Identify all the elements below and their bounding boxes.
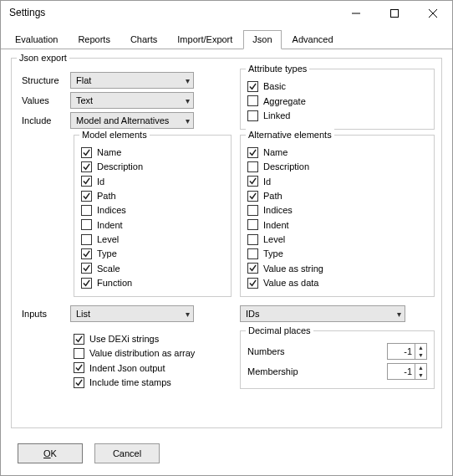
checkbox-label: Path (263, 190, 282, 202)
checkbox-box (247, 110, 258, 121)
opt-value-distribution-as-array-checkbox[interactable]: Value distribution as array (74, 347, 232, 359)
alt-value-as-string-checkbox[interactable]: Value as string (247, 263, 427, 274)
model-indices-checkbox[interactable]: Indices (81, 204, 224, 216)
json-export-group: Json export Structure Flat ▾ Values (11, 58, 442, 428)
model-indent-checkbox[interactable]: Indent (81, 219, 224, 231)
numbers-value: -1 (388, 344, 415, 359)
window-buttons (337, 1, 452, 26)
spinner-arrows[interactable]: ▲▼ (415, 344, 426, 359)
chevron-down-icon: ▾ (186, 309, 190, 320)
spinner-arrows[interactable]: ▲▼ (415, 364, 426, 379)
structure-dropdown[interactable]: Flat ▾ (70, 72, 194, 89)
checkbox-label: Name (97, 146, 121, 158)
checkbox-label: Level (263, 233, 285, 245)
alt-id-checkbox[interactable]: Id (247, 176, 427, 187)
checkbox-box (247, 161, 258, 172)
checkbox-label: Indent Json output (89, 362, 165, 374)
cancel-label: Cancel (113, 448, 141, 459)
svg-rect-0 (391, 10, 399, 18)
close-button[interactable] (414, 1, 452, 26)
opt-include-time-stamps-checkbox[interactable]: Include time stamps (74, 376, 232, 388)
alt-value-as-data-checkbox[interactable]: Value as data (247, 277, 427, 289)
alt-level-checkbox[interactable]: Level (247, 233, 427, 245)
titlebar: Settings (1, 1, 452, 26)
alt-type-checkbox[interactable]: Type (247, 248, 427, 259)
checkbox-box (81, 278, 92, 289)
checkbox-box (247, 176, 258, 187)
model-path-checkbox[interactable]: Path (81, 190, 224, 202)
ok-button[interactable]: OK (18, 443, 83, 463)
checkbox-box (247, 95, 258, 106)
checkbox-box (81, 263, 92, 274)
checkbox-box (81, 147, 92, 158)
alt-description-checkbox[interactable]: Description (247, 161, 427, 172)
structure-value: Flat (76, 74, 91, 86)
include-dropdown[interactable]: Model and Alternatives ▾ (70, 112, 194, 129)
cancel-button[interactable]: Cancel (94, 443, 160, 463)
model-elements-fieldset: Model elements NameDescriptionIdPathIndi… (74, 135, 232, 297)
checkbox-label: Id (97, 176, 104, 187)
numbers-spinner[interactable]: -1 ▲▼ (387, 343, 427, 360)
tab-body-json: Json export Structure Flat ▾ Values (1, 49, 452, 437)
chevron-down-icon: ▾ (186, 115, 190, 126)
checkbox-label: Linked (263, 110, 290, 121)
values-dropdown[interactable]: Text ▾ (70, 92, 194, 109)
model-scale-checkbox[interactable]: Scale (81, 263, 224, 274)
checkbox-label: Path (97, 190, 116, 202)
alt-indent-checkbox[interactable]: Indent (247, 219, 427, 231)
tab-reports[interactable]: Reports (69, 30, 120, 49)
json-export-legend: Json export (17, 52, 69, 64)
checkbox-label: Aggregate (263, 95, 306, 107)
alt-name-checkbox[interactable]: Name (247, 146, 427, 158)
opt-use-dexi-strings-checkbox[interactable]: Use DEXi strings (74, 333, 232, 345)
alt-path-checkbox[interactable]: Path (247, 190, 427, 202)
model-description-checkbox[interactable]: Description (81, 161, 224, 172)
model-name-checkbox[interactable]: Name (81, 146, 224, 158)
checkbox-label: Indent (263, 219, 289, 231)
checkbox-box (74, 348, 84, 359)
checkbox-box (247, 205, 258, 216)
inputs-dropdown[interactable]: List ▾ (70, 305, 194, 322)
checkbox-box (247, 219, 258, 230)
attrtype-basic-checkbox[interactable]: Basic (247, 80, 427, 92)
settings-window: Settings EvaluationReportsChartsImport/E… (0, 0, 453, 476)
attrtype-linked-checkbox[interactable]: Linked (247, 110, 427, 121)
alt-indices-checkbox[interactable]: Indices (247, 204, 427, 216)
opt-indent-json-output-checkbox[interactable]: Indent Json output (74, 362, 232, 374)
checkbox-label: Function (97, 277, 132, 289)
tab-strip: EvaluationReportsChartsImport/ExportJson… (1, 28, 452, 49)
inputs-label: Inputs (18, 308, 70, 320)
model-type-checkbox[interactable]: Type (81, 248, 224, 259)
checkbox-label: Description (263, 161, 309, 172)
attrtype-aggregate-checkbox[interactable]: Aggregate (247, 95, 427, 107)
tab-json[interactable]: Json (243, 30, 281, 49)
alt-elements-fieldset: Alternative elements NameDescriptionIdPa… (240, 135, 435, 297)
inputs-id-value: IDs (246, 308, 260, 320)
inputs-id-dropdown[interactable]: IDs ▾ (240, 305, 405, 322)
checkbox-box (81, 191, 92, 202)
checkbox-label: Value distribution as array (89, 347, 195, 359)
checkbox-box (247, 263, 258, 274)
checkbox-label: Include time stamps (89, 376, 171, 388)
model-level-checkbox[interactable]: Level (81, 233, 224, 245)
right-column-top: Attribute types BasicAggregateLinked (240, 69, 435, 135)
window-title: Settings (9, 7, 337, 20)
checkbox-label: Value as string (263, 263, 323, 274)
tab-evaluation[interactable]: Evaluation (6, 30, 67, 49)
maximize-button[interactable] (375, 1, 414, 26)
tab-charts[interactable]: Charts (121, 30, 166, 49)
checkbox-label: Description (97, 161, 143, 172)
left-column: Structure Flat ▾ Values Text ▾ (18, 69, 232, 135)
attribute-types-legend: Attribute types (246, 63, 309, 74)
model-function-checkbox[interactable]: Function (81, 277, 224, 289)
minimize-button[interactable] (337, 1, 375, 26)
checkbox-box (81, 161, 92, 172)
tab-advanced[interactable]: Advanced (283, 30, 343, 49)
checkbox-box (81, 248, 92, 259)
tab-import-export[interactable]: Import/Export (168, 30, 242, 49)
model-id-checkbox[interactable]: Id (81, 176, 224, 187)
decimal-places-legend: Decimal places (246, 325, 313, 336)
checkbox-label: Indent (97, 219, 123, 231)
membership-spinner[interactable]: -1 ▲▼ (387, 363, 427, 380)
membership-label: Membership (247, 366, 298, 377)
